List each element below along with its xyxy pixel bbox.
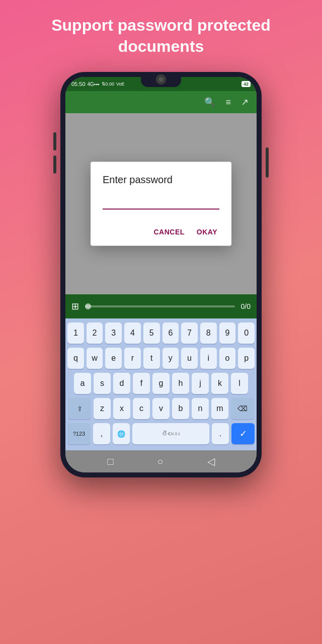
dialog-buttons: CANCEL OKAY — [103, 220, 219, 240]
cancel-button[interactable]: CANCEL — [151, 224, 186, 240]
shift-key[interactable]: ⇧ — [68, 398, 91, 419]
key-0[interactable]: 0 — [238, 323, 255, 344]
key-2[interactable]: 2 — [87, 323, 103, 344]
key-w[interactable]: w — [87, 348, 103, 369]
menu-icon[interactable]: ≡ — [225, 97, 231, 108]
key-l[interactable]: l — [231, 373, 248, 394]
okay-button[interactable]: OKAY — [195, 224, 219, 240]
key-4[interactable]: 4 — [124, 323, 141, 344]
key-o[interactable]: o — [219, 348, 236, 369]
globe-key[interactable]: 🌐 — [113, 423, 130, 444]
key-c[interactable]: c — [133, 398, 150, 419]
key-n[interactable]: n — [192, 398, 209, 419]
key-a[interactable]: a — [74, 373, 91, 394]
status-left: 05:50 4G▪▪▪ ⇅0.00 VoE — [71, 81, 125, 87]
key-i[interactable]: i — [200, 348, 217, 369]
progress-bar — [85, 305, 235, 307]
key-5[interactable]: 5 — [143, 323, 160, 344]
keyboard-row-zxcv: ⇧ z x c v b n m ⌫ — [67, 398, 255, 419]
home-icon[interactable]: ○ — [157, 456, 164, 467]
main-content: Enter password CANCEL OKAY — [65, 113, 257, 294]
progress-dot — [85, 303, 91, 309]
recent-apps-icon[interactable]: □ — [107, 456, 113, 467]
period-key[interactable]: . — [212, 423, 229, 444]
status-right: 42 — [242, 81, 251, 87]
key-t[interactable]: t — [143, 348, 160, 369]
volte-icon: VoE — [116, 82, 125, 87]
key-j[interactable]: j — [192, 373, 209, 394]
data-speed-icon: ⇅0.00 — [102, 82, 115, 87]
share-icon[interactable]: ↗ — [241, 97, 249, 108]
key-6[interactable]: 6 — [163, 323, 179, 344]
bottom-toolbar: ⊞ 0/0 — [65, 294, 257, 318]
key-r[interactable]: r — [124, 348, 141, 369]
keyboard-row-qwerty: q w e r t y u i o p — [67, 348, 255, 369]
key-b[interactable]: b — [172, 398, 189, 419]
key-1[interactable]: 1 — [67, 323, 84, 344]
key-s[interactable]: s — [94, 373, 111, 394]
password-input[interactable] — [103, 196, 219, 210]
page-nav-icon[interactable]: ⊞ — [71, 301, 79, 312]
keyboard: 1 2 3 4 5 6 7 8 9 0 q w e r t y u i — [65, 318, 257, 450]
key-u[interactable]: u — [181, 348, 198, 369]
space-key[interactable]: తెలుగు — [132, 423, 209, 444]
page-count: 0/0 — [241, 302, 251, 310]
phone-screen: 05:50 4G▪▪▪ ⇅0.00 VoE 42 🔍 ≡ ↗ Enter pas… — [65, 77, 257, 472]
back-icon[interactable]: ◁ — [207, 455, 215, 467]
key-3[interactable]: 3 — [105, 323, 122, 344]
backspace-key[interactable]: ⌫ — [231, 398, 254, 419]
status-time: 05:50 — [71, 81, 86, 87]
keyboard-row-bottom: ?123 , 🌐 తెలుగు . ✓ — [67, 423, 255, 444]
key-8[interactable]: 8 — [200, 323, 217, 344]
key-q[interactable]: q — [67, 348, 84, 369]
signal-icon: 4G▪▪▪ — [88, 82, 100, 87]
keyboard-row-asdf: a s d f g h j k l — [67, 373, 255, 394]
enter-key[interactable]: ✓ — [231, 423, 255, 444]
key-k[interactable]: k — [211, 373, 228, 394]
nav-bar: □ ○ ◁ — [65, 450, 257, 472]
app-toolbar: 🔍 ≡ ↗ — [65, 91, 257, 113]
key-y[interactable]: y — [163, 348, 179, 369]
battery-indicator: 42 — [242, 81, 251, 87]
key-m[interactable]: m — [211, 398, 228, 419]
comma-key[interactable]: , — [93, 423, 110, 444]
key-f[interactable]: f — [133, 373, 150, 394]
search-icon[interactable]: 🔍 — [204, 97, 215, 108]
key-9[interactable]: 9 — [219, 323, 236, 344]
key-g[interactable]: g — [152, 373, 170, 394]
key-p[interactable]: p — [238, 348, 255, 369]
symbols-key[interactable]: ?123 — [67, 423, 91, 444]
key-e[interactable]: e — [105, 348, 122, 369]
volume-buttons — [53, 132, 56, 174]
key-d[interactable]: d — [113, 373, 130, 394]
key-z[interactable]: z — [94, 398, 111, 419]
camera-bump — [141, 72, 181, 87]
key-v[interactable]: v — [152, 398, 170, 419]
keyboard-row-numbers: 1 2 3 4 5 6 7 8 9 0 — [67, 323, 255, 344]
page-title: Support password protected documents — [0, 0, 322, 67]
dialog-title: Enter password — [103, 174, 219, 186]
camera-lens — [156, 74, 166, 85]
key-x[interactable]: x — [113, 398, 130, 419]
key-h[interactable]: h — [172, 373, 189, 394]
phone-shell: 05:50 4G▪▪▪ ⇅0.00 VoE 42 🔍 ≡ ↗ Enter pas… — [60, 72, 262, 477]
power-button — [266, 147, 269, 178]
key-7[interactable]: 7 — [181, 323, 198, 344]
password-dialog: Enter password CANCEL OKAY — [91, 162, 231, 246]
